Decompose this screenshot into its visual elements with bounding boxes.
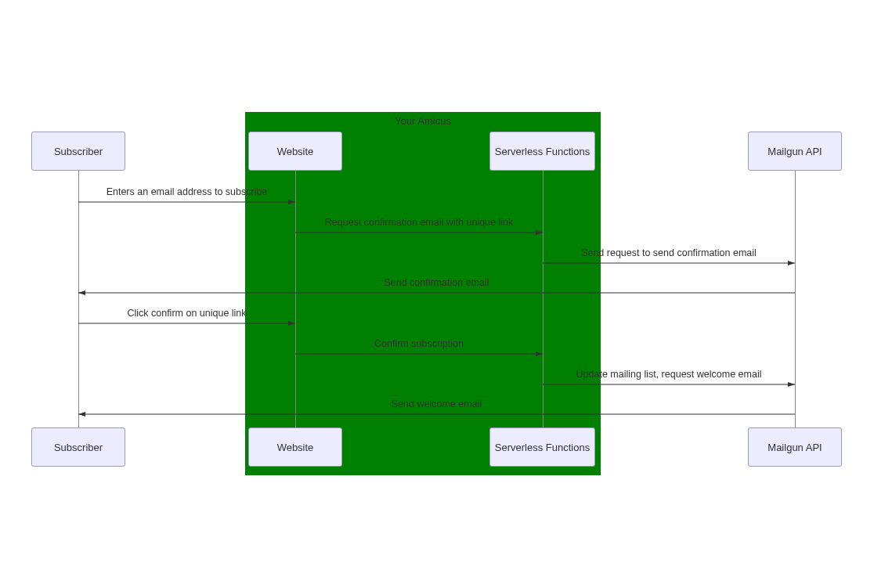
msg-m8: Send welcome email [78,399,795,409]
sequence-diagram: Your Amicus Subscriber Website Serverles… [0,0,874,588]
msg-m5: Click confirm on unique link [78,308,295,319]
msg-m1: Enters an email address to subscribe [78,186,295,197]
msg-m3: Send request to send confirmation email [543,247,795,258]
msg-m6: Confirm subscription [295,338,543,349]
arrows-layer [0,0,874,588]
msg-m2: Request confirmation email with unique l… [295,217,543,228]
msg-m7: Update mailing list, request welcome ema… [543,369,795,380]
msg-m4: Send confirmation email [78,277,795,288]
